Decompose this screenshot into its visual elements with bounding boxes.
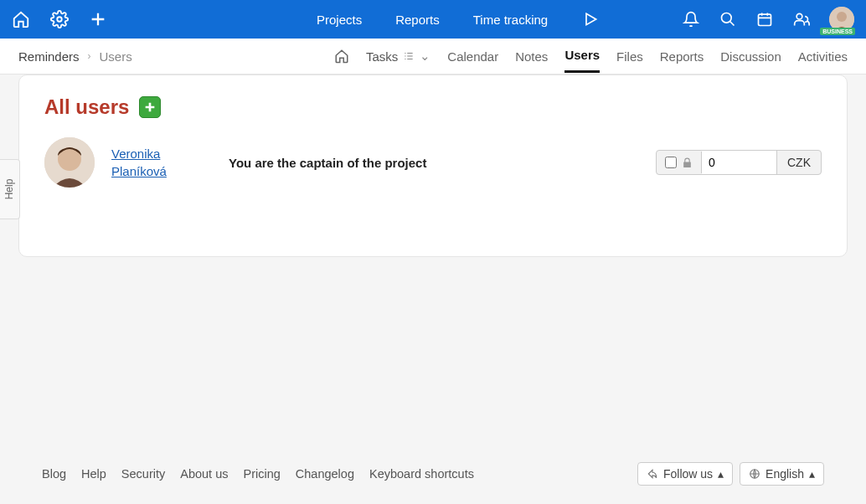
- tab-reports[interactable]: Reports: [660, 41, 704, 72]
- top-bar-left: [12, 10, 107, 28]
- svg-point-1: [722, 13, 732, 23]
- footer-links: Blog Help Security About us Pricing Chan…: [42, 467, 474, 481]
- sub-tabs: Tasks ⌄ Calendar Notes Users Files Repor…: [334, 39, 848, 73]
- follow-us-button[interactable]: Follow us ▴: [637, 462, 733, 486]
- top-bar-right: BUSINESS: [682, 7, 854, 32]
- user-avatar-large[interactable]: [44, 137, 95, 188]
- sub-nav: Reminders › Users Tasks ⌄ Calendar Notes…: [0, 39, 866, 75]
- svg-point-5: [837, 12, 847, 22]
- language-button[interactable]: English ▴: [740, 462, 824, 486]
- footer-pricing[interactable]: Pricing: [244, 467, 281, 481]
- plus-icon[interactable]: [89, 10, 107, 28]
- help-side-label: Help: [4, 179, 16, 200]
- tab-files[interactable]: Files: [616, 41, 643, 72]
- nav-reports[interactable]: Reports: [395, 13, 440, 27]
- play-icon[interactable]: [581, 10, 600, 28]
- bell-icon[interactable]: [682, 10, 700, 28]
- home-icon[interactable]: [12, 10, 30, 28]
- share-icon: [647, 468, 658, 480]
- nav-time-tracking[interactable]: Time tracking: [473, 13, 548, 27]
- chevron-right-icon: ›: [88, 50, 91, 62]
- page-title-row: All users: [44, 95, 822, 119]
- footer: Blog Help Security About us Pricing Chan…: [0, 462, 866, 486]
- users-card: All users Veronika Planíková You are the…: [18, 75, 848, 257]
- language-label: English: [765, 467, 804, 481]
- rate-left: [657, 152, 702, 173]
- svg-point-0: [57, 17, 62, 22]
- tab-tasks[interactable]: Tasks ⌄: [366, 49, 430, 64]
- gear-icon[interactable]: [50, 10, 69, 28]
- tab-calendar[interactable]: Calendar: [447, 41, 498, 72]
- footer-shortcuts[interactable]: Keyboard shortcuts: [369, 467, 474, 481]
- svg-point-3: [796, 13, 802, 19]
- tab-discussion[interactable]: Discussion: [720, 41, 781, 72]
- tab-activities[interactable]: Activities: [798, 41, 848, 72]
- footer-help[interactable]: Help: [81, 467, 106, 481]
- captain-text: You are the captain of the project: [229, 156, 639, 170]
- content-area: All users Veronika Planíková You are the…: [0, 75, 866, 275]
- rate-checkbox[interactable]: [665, 157, 677, 168]
- list-icon: [403, 50, 415, 62]
- add-user-button[interactable]: [139, 96, 161, 118]
- caret-up-icon: ▴: [809, 467, 815, 481]
- footer-security[interactable]: Security: [121, 467, 165, 481]
- currency-label[interactable]: CZK: [777, 151, 821, 174]
- rate-input[interactable]: [702, 151, 777, 174]
- user-name-link[interactable]: Veronika Planíková: [111, 145, 204, 180]
- home-small-icon[interactable]: [334, 49, 349, 64]
- tab-users[interactable]: Users: [564, 39, 600, 73]
- top-bar: Projects Reports Time tracking BUSINESS: [0, 0, 866, 39]
- tab-tasks-label: Tasks: [366, 49, 398, 64]
- footer-about[interactable]: About us: [180, 467, 228, 481]
- chevron-down-icon[interactable]: ⌄: [420, 49, 430, 64]
- page-title: All users: [44, 95, 129, 119]
- footer-right: Follow us ▴ English ▴: [637, 462, 824, 486]
- calendar-icon[interactable]: [755, 10, 774, 28]
- tab-notes[interactable]: Notes: [515, 41, 548, 72]
- footer-changelog[interactable]: Changelog: [296, 467, 354, 481]
- user-row: Veronika Planíková You are the captain o…: [44, 137, 822, 188]
- svg-rect-2: [759, 14, 771, 25]
- breadcrumb: Reminders › Users: [18, 49, 132, 64]
- breadcrumb-parent[interactable]: Reminders: [18, 49, 80, 64]
- help-side-tab[interactable]: Help: [0, 159, 20, 219]
- top-nav: Projects Reports Time tracking: [317, 10, 600, 28]
- avatar-wrapper[interactable]: BUSINESS: [829, 7, 854, 32]
- breadcrumb-current: Users: [100, 49, 132, 64]
- business-badge: BUSINESS: [820, 28, 855, 35]
- rate-box: CZK: [656, 150, 822, 175]
- globe-icon: [749, 468, 760, 480]
- search-icon[interactable]: [719, 10, 737, 28]
- footer-blog[interactable]: Blog: [42, 467, 66, 481]
- follow-us-label: Follow us: [663, 467, 713, 481]
- caret-up-icon: ▴: [718, 467, 724, 481]
- people-icon[interactable]: [792, 10, 811, 28]
- lock-icon: [682, 157, 693, 168]
- nav-projects[interactable]: Projects: [317, 13, 362, 27]
